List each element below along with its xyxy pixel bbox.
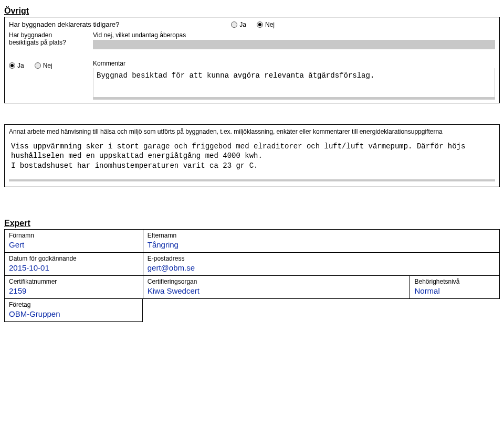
annat-label: Annat arbete med hänvisning till hälsa o…: [9, 128, 495, 136]
radio-icon: [35, 62, 41, 69]
radio-q3-ja[interactable]: Ja: [9, 62, 24, 69]
cert-cell: Certifikatnummer 2159: [5, 276, 143, 298]
epost-value: gert@obm.se: [148, 263, 495, 272]
radio-icon: [257, 22, 263, 28]
radio-q3-nej[interactable]: Nej: [35, 62, 52, 69]
question-declared-before: Har byggnaden deklarerats tidigare?: [9, 20, 119, 28]
radio-q1-ja[interactable]: Ja: [231, 21, 246, 28]
fornamn-cell: Förnamn Gert: [5, 230, 143, 252]
epost-cell: E-postadress gert@obm.se: [143, 253, 499, 275]
section-title-expert: Expert: [4, 219, 500, 228]
datum-label: Datum för godkännande: [9, 255, 139, 262]
radio-label-nej: Nej: [43, 62, 52, 69]
fornamn-label: Förnamn: [9, 232, 139, 239]
expert-grid: Förnamn Gert Efternamn Tångring Datum fö…: [4, 229, 500, 322]
datum-value: 2015-10-01: [9, 263, 139, 272]
undantag-input[interactable]: [93, 40, 495, 49]
radio-label-ja: Ja: [17, 62, 24, 69]
niv-cell: Behörighetsnivå Normal: [410, 276, 499, 298]
radio-q1-nej[interactable]: Nej: [257, 21, 275, 28]
datum-cell: Datum för godkännande 2015-10-01: [5, 253, 143, 275]
fornamn-value: Gert: [9, 240, 139, 249]
epost-label: E-postadress: [148, 255, 495, 262]
foretag-value: OBM-Gruppen: [9, 309, 138, 318]
foretag-cell: Företag OBM-Gruppen: [5, 299, 142, 321]
radio-label-nej: Nej: [265, 21, 275, 28]
radio-icon: [231, 22, 237, 28]
organ-value: Kiwa Swedcert: [148, 286, 406, 295]
cert-value: 2159: [9, 286, 139, 295]
cert-label: Certifikatnummer: [9, 278, 139, 285]
kommentar-label: Kommentar: [93, 60, 495, 67]
foretag-label: Företag: [9, 301, 138, 308]
radio-label-ja: Ja: [239, 21, 246, 28]
organ-label: Certifieringsorgan: [148, 278, 406, 285]
kommentar-text[interactable]: Byggnad besiktad för att kunna avgöra re…: [93, 68, 495, 100]
organ-cell: Certifieringsorgan Kiwa Swedcert: [143, 276, 411, 298]
efternamn-cell: Efternamn Tångring: [143, 230, 499, 252]
niv-value: Normal: [414, 286, 495, 295]
section-title-ovrigt: Övrigt: [4, 6, 500, 16]
undantag-label: Vid nej, vilket undantag åberopas: [93, 31, 495, 39]
question-inspected-onsite: Har byggnaden besiktigats på plats?: [9, 31, 82, 47]
annat-text[interactable]: Viss uppvärmning sker i stort garage och…: [9, 139, 495, 182]
niv-label: Behörighetsnivå: [414, 278, 495, 285]
efternamn-value: Tångring: [148, 240, 495, 249]
radio-icon: [9, 62, 15, 69]
efternamn-label: Efternamn: [148, 232, 495, 239]
ovrigt-box: Har byggnaden deklarerats tidigare? Ja N…: [4, 17, 500, 103]
annat-arbete-box: Annat arbete med hänvisning till hälsa o…: [4, 124, 500, 187]
